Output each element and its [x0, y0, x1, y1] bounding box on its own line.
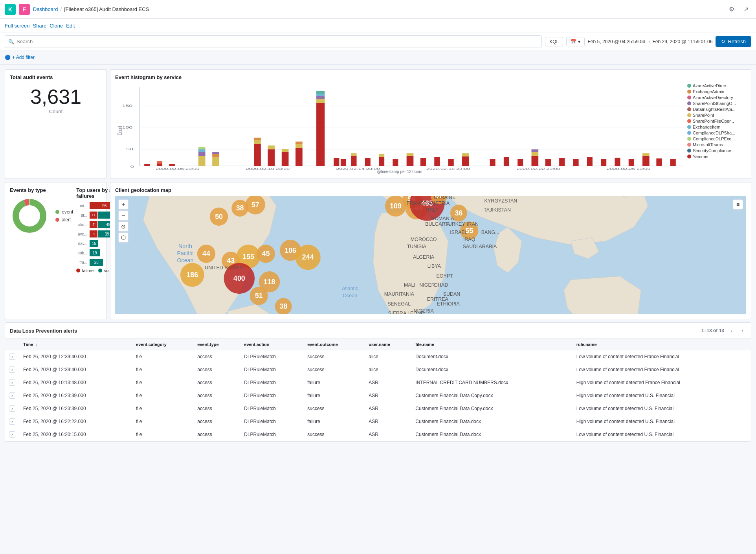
th-action[interactable]: event.action — [240, 339, 303, 350]
expand-button-0[interactable]: › — [9, 353, 15, 360]
svg-rect-23 — [316, 96, 325, 99]
svg-rect-34 — [295, 144, 303, 148]
svg-rect-48 — [448, 159, 454, 166]
svg-text:2020-02-26 23:00: 2020-02-26 23:00 — [607, 167, 650, 170]
cluster-na-12[interactable]: 51 — [250, 287, 268, 305]
svg-text:ALGERIA: ALGERIA — [413, 254, 435, 260]
expand-cell[interactable]: › — [5, 350, 19, 363]
cell-user-5: ASR — [365, 415, 411, 428]
svg-rect-12 — [157, 161, 162, 164]
bar-label-4: ave... — [76, 232, 87, 236]
svg-rect-41 — [379, 157, 384, 166]
dlp-panel: Data Loss Prevention alerts 1–13 of 13 ‹… — [5, 322, 751, 442]
clone-link[interactable]: Clone — [50, 23, 63, 29]
refresh-button[interactable]: ↻ Refresh — [716, 36, 751, 47]
cell-type-1: access — [193, 363, 240, 376]
cluster-na-2[interactable]: 50 — [210, 208, 228, 226]
cell-category-5: file — [132, 415, 193, 428]
settings-icon-btn[interactable]: ⚙ — [726, 4, 737, 15]
map-table-toggle[interactable]: ≡ — [733, 199, 743, 210]
cluster-na-1[interactable]: 44 — [197, 245, 215, 263]
th-type[interactable]: event.type — [193, 339, 240, 350]
expand-button-3[interactable]: › — [9, 392, 15, 399]
cluster-na-13[interactable]: 38 — [275, 298, 292, 314]
svg-text:ROMANIA: ROMANIA — [431, 216, 454, 221]
expand-cell[interactable]: › — [5, 415, 19, 428]
map-select[interactable]: ⬡ — [118, 232, 128, 243]
map-zoom-in[interactable]: + — [118, 199, 128, 210]
cell-category-6: file — [132, 428, 193, 441]
svg-text:38: 38 — [236, 204, 244, 212]
svg-text:Ocean: Ocean — [343, 293, 357, 298]
cell-action-5: DLPRuleMatch — [240, 415, 303, 428]
cell-rule-3: High volume of content detected U.S. Fin… — [573, 389, 751, 402]
add-filter-bar: 🔵 + Add filter — [0, 50, 756, 64]
expand-cell[interactable]: › — [5, 389, 19, 402]
time-range: Feb 5, 2020 @ 04:25:59.04 → Feb 29, 2020… — [588, 39, 713, 44]
bar-failure-4: 8 — [90, 230, 97, 237]
svg-rect-66 — [656, 158, 662, 166]
svg-point-74 — [16, 202, 43, 230]
kql-button[interactable]: KQL — [545, 37, 563, 46]
expand-cell[interactable]: › — [5, 428, 19, 441]
cluster-na-3[interactable]: 38 — [231, 200, 248, 217]
svg-text:CHAD: CHAD — [434, 282, 448, 288]
svg-rect-29 — [268, 149, 275, 166]
th-outcome[interactable]: event.outcome — [303, 339, 365, 350]
expand-button-4[interactable]: › — [9, 405, 15, 412]
cluster-na-7[interactable]: 45 — [257, 245, 275, 263]
cell-file-5: Customers Financial Data.docx — [411, 415, 572, 428]
full-screen-link[interactable]: Full screen — [5, 23, 30, 29]
kibana-logo: K — [5, 4, 16, 15]
bar-failure-2: 11 — [90, 212, 97, 219]
svg-rect-17 — [198, 147, 206, 149]
breadcrumb: Dashboard / [Filebeat o365] Audit Dashbo… — [33, 6, 149, 12]
svg-rect-28 — [254, 138, 261, 140]
th-category[interactable]: event.category — [132, 339, 193, 350]
map-locate[interactable]: ⊙ — [118, 221, 128, 232]
prev-page-button[interactable]: ‹ — [727, 327, 735, 335]
svg-text:SAUDI ARABIA: SAUDI ARABIA — [463, 244, 497, 249]
failure-label: failure — [82, 268, 94, 273]
th-time[interactable]: Time ↓ — [19, 339, 132, 350]
svg-text:ISRAEL: ISRAEL — [450, 230, 467, 235]
legend-event: event — [55, 209, 73, 215]
cell-outcome-5: failure — [303, 415, 365, 428]
map-zoom-out[interactable]: − — [118, 210, 128, 221]
expand-button-1[interactable]: › — [9, 366, 15, 373]
share-icon-btn[interactable]: ↗ — [740, 4, 751, 15]
cell-user-1: alice — [365, 363, 411, 376]
bar-label-1: cri... — [76, 204, 87, 208]
expand-button-5[interactable]: › — [9, 418, 15, 425]
expand-cell[interactable]: › — [5, 402, 19, 415]
bar-label-2: ar... — [76, 213, 87, 217]
cluster-na-9[interactable]: 244 — [295, 245, 321, 270]
svg-text:SENEGAL: SENEGAL — [387, 301, 411, 307]
expand-cell[interactable]: › — [5, 363, 19, 376]
svg-text:43: 43 — [227, 257, 235, 265]
th-user[interactable]: user.name — [365, 339, 411, 350]
svg-rect-18 — [212, 157, 219, 166]
svg-text:Ocean: Ocean — [177, 257, 193, 263]
expand-button-6[interactable]: › — [9, 431, 15, 438]
th-file[interactable]: file.name — [411, 339, 572, 350]
breadcrumb-dashboard[interactable]: Dashboard — [33, 6, 58, 12]
expand-cell[interactable]: › — [5, 376, 19, 389]
add-filter-button[interactable]: 🔵 + Add filter — [5, 55, 35, 60]
next-page-button[interactable]: › — [738, 327, 746, 335]
edit-link[interactable]: Edit — [66, 23, 75, 29]
cell-time-5: Feb 25, 2020 @ 16:22:22.000 — [19, 415, 132, 428]
svg-rect-25 — [316, 91, 325, 94]
svg-rect-20 — [212, 152, 219, 154]
svg-rect-55 — [532, 152, 539, 156]
dlp-table-body: › Feb 26, 2020 @ 12:39:40.000 file acces… — [5, 350, 751, 441]
share-link[interactable]: Share — [33, 23, 47, 29]
expand-button-2[interactable]: › — [9, 379, 15, 386]
bar-failure-3: 7 — [90, 221, 97, 228]
calendar-button[interactable]: 📅 ▾ — [566, 37, 584, 46]
search-input[interactable] — [17, 39, 538, 44]
svg-rect-53 — [517, 159, 523, 166]
svg-text:155: 155 — [242, 253, 254, 261]
th-rule[interactable]: rule.name — [573, 339, 751, 350]
cluster-na-10[interactable]: 186 — [180, 263, 204, 287]
